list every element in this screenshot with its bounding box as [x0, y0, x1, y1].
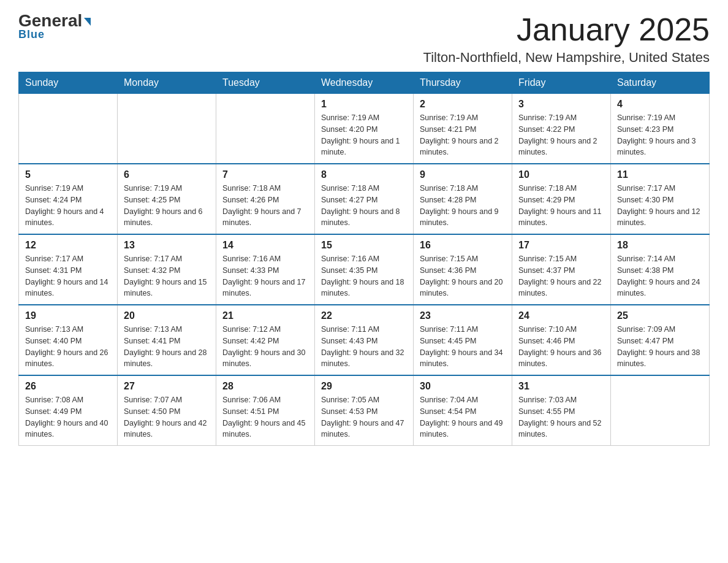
day-info: Sunrise: 7:17 AMSunset: 4:30 PMDaylight:… — [617, 183, 703, 229]
day-info: Sunrise: 7:14 AMSunset: 4:38 PMDaylight:… — [617, 253, 703, 299]
calendar-table: SundayMondayTuesdayWednesdayThursdayFrid… — [18, 72, 710, 446]
day-info: Sunrise: 7:11 AMSunset: 4:45 PMDaylight:… — [420, 324, 506, 370]
calendar-cell: 6Sunrise: 7:19 AMSunset: 4:25 PMDaylight… — [118, 164, 216, 234]
day-info: Sunrise: 7:15 AMSunset: 4:37 PMDaylight:… — [518, 253, 604, 299]
day-number: 5 — [25, 169, 111, 180]
calendar-cell: 9Sunrise: 7:18 AMSunset: 4:28 PMDaylight… — [414, 164, 512, 234]
day-info: Sunrise: 7:19 AMSunset: 4:24 PMDaylight:… — [25, 183, 111, 229]
calendar-cell: 18Sunrise: 7:14 AMSunset: 4:38 PMDayligh… — [611, 234, 710, 305]
day-info: Sunrise: 7:18 AMSunset: 4:29 PMDaylight:… — [518, 183, 604, 229]
day-number: 3 — [518, 99, 604, 110]
day-number: 29 — [321, 381, 407, 392]
day-info: Sunrise: 7:06 AMSunset: 4:51 PMDaylight:… — [222, 394, 308, 440]
calendar-cell: 1Sunrise: 7:19 AMSunset: 4:20 PMDaylight… — [315, 94, 414, 164]
day-number: 27 — [124, 381, 210, 392]
day-number: 1 — [321, 99, 407, 110]
calendar-cell: 8Sunrise: 7:18 AMSunset: 4:27 PMDaylight… — [315, 164, 414, 234]
day-number: 10 — [518, 169, 604, 180]
calendar-cell: 15Sunrise: 7:16 AMSunset: 4:35 PMDayligh… — [315, 234, 414, 305]
logo-general-text: General — [18, 12, 91, 29]
day-info: Sunrise: 7:19 AMSunset: 4:22 PMDaylight:… — [518, 112, 604, 158]
day-number: 20 — [124, 310, 210, 321]
calendar-cell: 22Sunrise: 7:11 AMSunset: 4:43 PMDayligh… — [315, 305, 414, 375]
day-number: 17 — [518, 240, 604, 251]
day-info: Sunrise: 7:13 AMSunset: 4:40 PMDaylight:… — [25, 324, 111, 370]
calendar-cell: 10Sunrise: 7:18 AMSunset: 4:29 PMDayligh… — [512, 164, 611, 234]
day-number: 12 — [25, 240, 111, 251]
calendar-cell — [19, 94, 118, 164]
day-info: Sunrise: 7:19 AMSunset: 4:20 PMDaylight:… — [321, 112, 407, 158]
calendar-cell: 5Sunrise: 7:19 AMSunset: 4:24 PMDaylight… — [19, 164, 118, 234]
calendar-week-1: 1Sunrise: 7:19 AMSunset: 4:20 PMDaylight… — [19, 94, 710, 164]
calendar-cell: 28Sunrise: 7:06 AMSunset: 4:51 PMDayligh… — [216, 375, 315, 446]
day-info: Sunrise: 7:16 AMSunset: 4:35 PMDaylight:… — [321, 253, 407, 299]
day-number: 8 — [321, 169, 407, 180]
day-info: Sunrise: 7:04 AMSunset: 4:54 PMDaylight:… — [420, 394, 506, 440]
calendar-cell: 26Sunrise: 7:08 AMSunset: 4:49 PMDayligh… — [19, 375, 118, 446]
day-number: 9 — [420, 169, 506, 180]
day-number: 31 — [518, 381, 604, 392]
day-number: 21 — [222, 310, 308, 321]
calendar-cell: 17Sunrise: 7:15 AMSunset: 4:37 PMDayligh… — [512, 234, 611, 305]
calendar-cell: 3Sunrise: 7:19 AMSunset: 4:22 PMDaylight… — [512, 94, 611, 164]
calendar-cell: 30Sunrise: 7:04 AMSunset: 4:54 PMDayligh… — [414, 375, 512, 446]
calendar-week-4: 19Sunrise: 7:13 AMSunset: 4:40 PMDayligh… — [19, 305, 710, 375]
day-number: 11 — [617, 169, 703, 180]
day-info: Sunrise: 7:19 AMSunset: 4:25 PMDaylight:… — [124, 183, 210, 229]
calendar-cell: 12Sunrise: 7:17 AMSunset: 4:31 PMDayligh… — [19, 234, 118, 305]
calendar-week-3: 12Sunrise: 7:17 AMSunset: 4:31 PMDayligh… — [19, 234, 710, 305]
day-info: Sunrise: 7:18 AMSunset: 4:28 PMDaylight:… — [420, 183, 506, 229]
weekday-header-friday: Friday — [512, 72, 611, 94]
day-info: Sunrise: 7:15 AMSunset: 4:36 PMDaylight:… — [420, 253, 506, 299]
calendar-cell: 4Sunrise: 7:19 AMSunset: 4:23 PMDaylight… — [611, 94, 710, 164]
weekday-header-monday: Monday — [118, 72, 216, 94]
day-number: 28 — [222, 381, 308, 392]
calendar-week-5: 26Sunrise: 7:08 AMSunset: 4:49 PMDayligh… — [19, 375, 710, 446]
day-info: Sunrise: 7:08 AMSunset: 4:49 PMDaylight:… — [25, 394, 111, 440]
day-number: 30 — [420, 381, 506, 392]
weekday-header-sunday: Sunday — [19, 72, 118, 94]
day-info: Sunrise: 7:13 AMSunset: 4:41 PMDaylight:… — [124, 324, 210, 370]
day-info: Sunrise: 7:03 AMSunset: 4:55 PMDaylight:… — [518, 394, 604, 440]
day-info: Sunrise: 7:18 AMSunset: 4:27 PMDaylight:… — [321, 183, 407, 229]
day-number: 18 — [617, 240, 703, 251]
day-info: Sunrise: 7:07 AMSunset: 4:50 PMDaylight:… — [124, 394, 210, 440]
day-info: Sunrise: 7:10 AMSunset: 4:46 PMDaylight:… — [518, 324, 604, 370]
day-number: 25 — [617, 310, 703, 321]
calendar-cell: 11Sunrise: 7:17 AMSunset: 4:30 PMDayligh… — [611, 164, 710, 234]
calendar-cell: 20Sunrise: 7:13 AMSunset: 4:41 PMDayligh… — [118, 305, 216, 375]
day-number: 13 — [124, 240, 210, 251]
day-number: 14 — [222, 240, 308, 251]
day-info: Sunrise: 7:18 AMSunset: 4:26 PMDaylight:… — [222, 183, 308, 229]
day-number: 22 — [321, 310, 407, 321]
calendar-cell: 16Sunrise: 7:15 AMSunset: 4:36 PMDayligh… — [414, 234, 512, 305]
day-info: Sunrise: 7:09 AMSunset: 4:47 PMDaylight:… — [617, 324, 703, 370]
calendar-cell: 21Sunrise: 7:12 AMSunset: 4:42 PMDayligh… — [216, 305, 315, 375]
calendar-cell: 19Sunrise: 7:13 AMSunset: 4:40 PMDayligh… — [19, 305, 118, 375]
day-number: 7 — [222, 169, 308, 180]
calendar-cell: 7Sunrise: 7:18 AMSunset: 4:26 PMDaylight… — [216, 164, 315, 234]
location-title: Tilton-Northfield, New Hampshire, United… — [423, 50, 710, 66]
calendar-cell: 31Sunrise: 7:03 AMSunset: 4:55 PMDayligh… — [512, 375, 611, 446]
calendar-cell: 2Sunrise: 7:19 AMSunset: 4:21 PMDaylight… — [414, 94, 512, 164]
calendar-cell — [611, 375, 710, 446]
day-number: 4 — [617, 99, 703, 110]
page-header: General Blue January 2025 Tilton-Northfi… — [18, 12, 710, 66]
day-info: Sunrise: 7:17 AMSunset: 4:31 PMDaylight:… — [25, 253, 111, 299]
calendar-week-2: 5Sunrise: 7:19 AMSunset: 4:24 PMDaylight… — [19, 164, 710, 234]
calendar-cell: 24Sunrise: 7:10 AMSunset: 4:46 PMDayligh… — [512, 305, 611, 375]
logo: General Blue — [18, 12, 91, 41]
day-number: 15 — [321, 240, 407, 251]
calendar-cell: 27Sunrise: 7:07 AMSunset: 4:50 PMDayligh… — [118, 375, 216, 446]
day-info: Sunrise: 7:19 AMSunset: 4:21 PMDaylight:… — [420, 112, 506, 158]
day-number: 16 — [420, 240, 506, 251]
day-number: 2 — [420, 99, 506, 110]
title-block: January 2025 Tilton-Northfield, New Hamp… — [423, 12, 710, 66]
weekday-header-wednesday: Wednesday — [315, 72, 414, 94]
day-info: Sunrise: 7:12 AMSunset: 4:42 PMDaylight:… — [222, 324, 308, 370]
weekday-header-tuesday: Tuesday — [216, 72, 315, 94]
calendar-cell: 29Sunrise: 7:05 AMSunset: 4:53 PMDayligh… — [315, 375, 414, 446]
calendar-cell: 14Sunrise: 7:16 AMSunset: 4:33 PMDayligh… — [216, 234, 315, 305]
calendar-cell — [216, 94, 315, 164]
calendar-header-row: SundayMondayTuesdayWednesdayThursdayFrid… — [19, 72, 710, 94]
